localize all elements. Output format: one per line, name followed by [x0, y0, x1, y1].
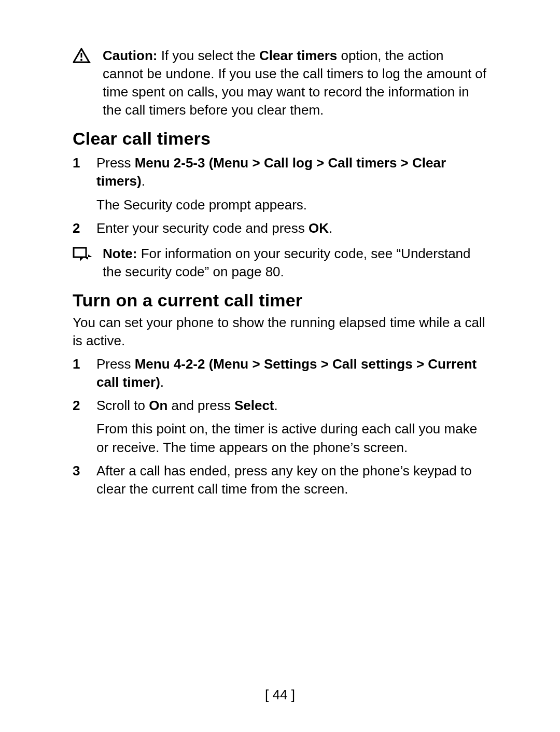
note-body: For information on your security code, s… — [103, 246, 471, 279]
caution-icon — [73, 47, 103, 65]
document-page: Caution: If you select the Clear timers … — [0, 0, 560, 732]
step-number: 3 — [73, 462, 96, 480]
step-text-pre: Press — [96, 155, 135, 171]
heading-clear-call-timers: Clear call timers — [73, 129, 487, 149]
step-text-post: . — [142, 173, 145, 189]
heading-turn-on-current-call-timer: Turn on a current call timer — [73, 290, 487, 311]
note-icon — [73, 245, 103, 262]
list-item: 1 Press Menu 4-2-2 (Menu > Settings > Ca… — [73, 355, 487, 391]
step2-mixed: Scroll to On and press Select. — [96, 398, 278, 413]
step-body: Press Menu 4-2-2 (Menu > Settings > Call… — [96, 355, 487, 391]
step-text-post: . — [160, 374, 164, 390]
step-text-pre: Enter your security code and press — [96, 220, 309, 236]
step-text-post: . — [329, 220, 332, 236]
step-text-bold: Menu 2-5-3 (Menu > Call log > Call timer… — [96, 155, 446, 189]
section2-intro: You can set your phone to show the runni… — [73, 314, 487, 350]
b: Select — [234, 398, 274, 413]
caution-callout: Caution: If you select the Clear timers … — [73, 47, 487, 119]
note-callout: Note: For information on your security c… — [73, 245, 487, 281]
step-body: Enter your security code and press OK. — [96, 219, 487, 237]
svg-rect-2 — [74, 248, 86, 257]
t: Scroll to — [96, 398, 149, 413]
step-number: 2 — [73, 219, 96, 237]
list-item: 2 Scroll to On and press Select. From th… — [73, 397, 487, 456]
section1-steps: 1 Press Menu 2-5-3 (Menu > Call log > Ca… — [73, 154, 487, 237]
t: and press — [167, 398, 234, 413]
step-text-bold: Menu 4-2-2 (Menu > Settings > Call setti… — [96, 356, 477, 390]
page-number: [ 44 ] — [0, 687, 560, 703]
step-number: 1 — [73, 154, 96, 172]
caution-part1: If you select the — [157, 48, 259, 63]
step-number: 2 — [73, 397, 96, 415]
list-item: 1 Press Menu 2-5-3 (Menu > Call log > Ca… — [73, 154, 487, 214]
step-text-pre: Press — [96, 356, 135, 372]
step-number: 1 — [73, 355, 96, 373]
step-body: Press Menu 2-5-3 (Menu > Call log > Call… — [96, 154, 487, 214]
caution-text: Caution: If you select the Clear timers … — [103, 47, 487, 119]
caution-bold: Clear timers — [259, 48, 337, 63]
list-item: 2 Enter your security code and press OK. — [73, 219, 487, 237]
list-item: 3 After a call has ended, press any key … — [73, 462, 487, 498]
step-text-bold: OK — [309, 220, 329, 236]
section2-steps: 1 Press Menu 4-2-2 (Menu > Settings > Ca… — [73, 355, 487, 498]
svg-point-1 — [80, 59, 82, 61]
step-subtext: The Security code prompt appears. — [96, 196, 487, 214]
step-subtext: From this point on, the timer is active … — [96, 420, 487, 456]
t: . — [274, 398, 278, 413]
b: On — [149, 398, 167, 413]
caution-label: Caution: — [103, 48, 157, 63]
step-text-pre: After a call has ended, press any key on… — [96, 463, 472, 497]
note-label: Note: — [103, 246, 137, 261]
note-text: Note: For information on your security c… — [103, 245, 487, 281]
step-body: After a call has ended, press any key on… — [96, 462, 487, 498]
step-body: Scroll to On and press Select. From this… — [96, 397, 487, 456]
